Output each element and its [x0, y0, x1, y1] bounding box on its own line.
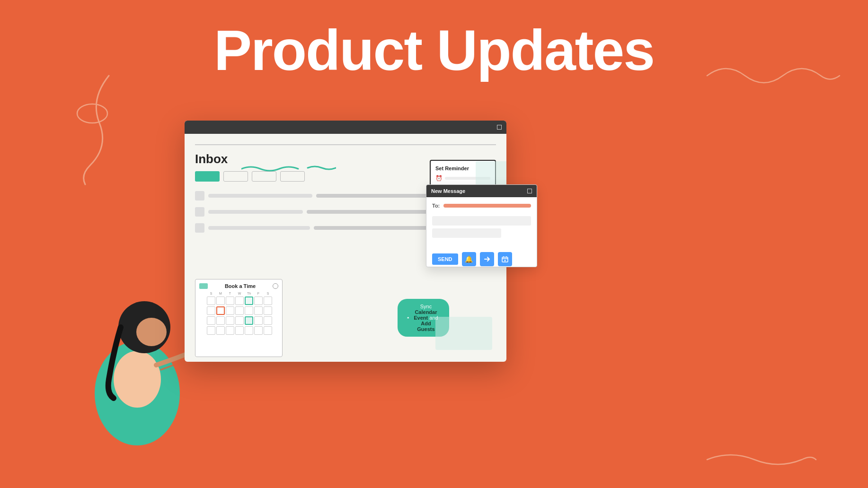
book-time-title: Book a Time: [225, 283, 256, 289]
cal-day-th: Th: [245, 292, 253, 295]
bell-icon: 🔔: [465, 255, 473, 263]
cal-cell[interactable]: [245, 326, 253, 335]
cal-cell[interactable]: [226, 306, 234, 315]
cal-cell[interactable]: [216, 316, 225, 325]
send-button[interactable]: SEND: [432, 253, 458, 265]
cloud-icon: [407, 315, 409, 321]
cal-cell[interactable]: [235, 326, 244, 335]
cal-day-m: M: [216, 292, 225, 295]
cal-cell[interactable]: [235, 296, 244, 305]
message-body-area-2[interactable]: [432, 228, 501, 238]
to-label: To:: [432, 203, 440, 209]
send-arrow-icon: [484, 256, 490, 262]
cal-cell[interactable]: [245, 306, 253, 315]
cal-cell[interactable]: [226, 316, 234, 325]
svg-point-4: [136, 318, 167, 346]
email-subject-line: [208, 210, 303, 214]
cal-cell-orange[interactable]: [216, 306, 225, 315]
sync-text-guests: Add Guests: [417, 321, 434, 332]
cal-day-s2: S: [264, 292, 272, 295]
message-actions: SEND 🔔: [432, 252, 531, 266]
message-body-area[interactable]: [432, 216, 531, 226]
new-message-panel: New Message To: SEND 🔔: [426, 184, 537, 267]
send-arrow-button[interactable]: [480, 252, 494, 266]
notification-icon-button[interactable]: 🔔: [462, 252, 476, 266]
cal-row-1: [199, 296, 278, 305]
clock-icon: ⏰: [435, 175, 442, 182]
calendar-days-header: S M T W Th F S: [207, 292, 278, 295]
svg-point-0: [77, 104, 107, 123]
cal-cell-selected[interactable]: [245, 296, 253, 305]
cal-row-label: [199, 306, 206, 315]
to-recipient-field[interactable]: [443, 204, 531, 208]
cal-day-f: F: [254, 292, 263, 295]
book-time-panel: Book a Time S M T W Th F S: [195, 279, 283, 357]
to-field-row: To:: [432, 203, 531, 209]
book-time-header: Book a Time: [199, 283, 278, 289]
calendar-add-button[interactable]: [498, 252, 512, 266]
cal-cell[interactable]: [226, 326, 234, 335]
window-control-icon[interactable]: [497, 125, 502, 130]
svg-point-1: [95, 341, 180, 445]
cal-cell[interactable]: [264, 296, 272, 305]
new-message-title: New Message: [431, 188, 465, 194]
window-divider: [195, 144, 496, 145]
email-avatar: [195, 223, 204, 233]
cal-row-label: [199, 296, 206, 305]
email-avatar: [195, 207, 204, 217]
cal-cell[interactable]: [254, 296, 263, 305]
email-avatar: [195, 191, 204, 200]
cal-cell[interactable]: [264, 306, 272, 315]
new-message-close-icon[interactable]: [527, 189, 532, 193]
cal-row-4: [199, 326, 278, 335]
cal-row-2: [199, 306, 278, 315]
email-subject-line: [208, 226, 310, 230]
cal-cell[interactable]: [254, 316, 263, 325]
cal-row-label: [199, 316, 206, 325]
calendar-grid: [199, 296, 278, 335]
calendar-add-icon: [502, 256, 508, 262]
cal-cell[interactable]: [216, 296, 225, 305]
cal-cell[interactable]: [264, 326, 272, 335]
cal-row-label: [199, 326, 206, 335]
new-message-body: To: SEND 🔔: [426, 197, 537, 267]
new-message-header: New Message: [426, 185, 537, 197]
cal-cell[interactable]: [207, 296, 215, 305]
cal-day-t1: T: [226, 292, 234, 295]
cal-cell[interactable]: [207, 316, 215, 325]
cal-cell[interactable]: [254, 306, 263, 315]
cal-cell[interactable]: [254, 326, 263, 335]
cal-cell-selected-2[interactable]: [245, 316, 253, 325]
svg-point-3: [118, 301, 170, 353]
book-time-close-icon[interactable]: [273, 283, 278, 289]
cal-cell[interactable]: [226, 296, 234, 305]
email-subject-line: [208, 194, 312, 198]
cal-row-3: [199, 316, 278, 325]
cal-cell[interactable]: [216, 326, 225, 335]
cal-cell[interactable]: [235, 306, 244, 315]
cal-day-s: S: [207, 292, 215, 295]
cal-cell[interactable]: [207, 306, 215, 315]
svg-point-2: [114, 351, 161, 408]
cal-cell[interactable]: [235, 316, 244, 325]
cal-cell[interactable]: [207, 326, 215, 335]
page-title: Product Updates: [0, 19, 868, 81]
bottom-placeholder-panel: [435, 317, 492, 350]
book-time-avatar: [199, 283, 208, 289]
sync-text-sync: Sync: [420, 304, 432, 309]
cal-cell[interactable]: [264, 316, 272, 325]
cal-day-w: W: [235, 292, 244, 295]
window-titlebar: [185, 121, 506, 134]
inbox-tab-all[interactable]: [195, 171, 220, 182]
